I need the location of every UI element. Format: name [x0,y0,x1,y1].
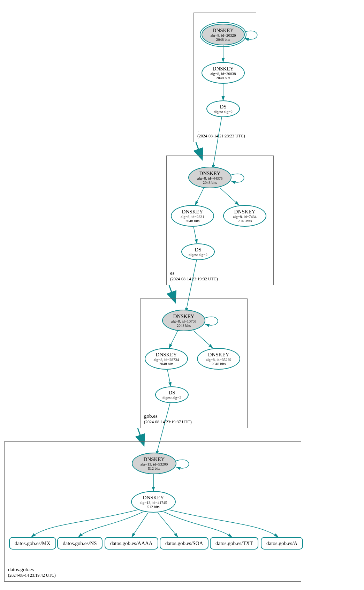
gob-zsk1-sub1: alg=8, id=28734 [154,357,179,362]
gob-zsk2-sub1: alg=8, id=35269 [206,357,232,362]
es-ksk-sub2: 2048 bits [203,180,217,184]
es-zsk2-sub2: 2048 bits [238,219,252,223]
node-es-ksk: DNSKEY alg=8, id=44375 2048 bits [188,167,232,188]
zone-es-timestamp: (2024-08-14 23:19:32 UTC) [170,277,218,282]
es-ksk-sub1: alg=8, id=44375 [197,176,223,180]
node-es-ds: DS digest alg=2 [181,243,215,260]
rr-mx-title: datos.gob.es/MX [15,540,51,546]
node-rr-a: datos.gob.es/A [261,537,303,550]
root-ksk-title: DNSKEY [213,28,234,33]
datos-zsk-title: DNSKEY [143,495,164,501]
es-zsk2-sub1: alg=8, id=7434 [233,214,256,219]
gob-ds-sub1: digest alg=2 [162,395,181,400]
root-zsk-sub1: alg=8, id=20038 [211,71,236,76]
node-root-ksk: DNSKEY alg=8, id=20326 2048 bits [202,24,245,45]
node-gob-ds: DS digest alg=2 [155,386,189,403]
es-zsk1-sub2: 2048 bits [185,219,200,223]
node-gob-ksk: DNSKEY alg=8, id=10765 2048 bits [162,310,205,331]
es-zsk1-sub1: alg=8, id=2331 [181,214,204,219]
gob-ds-title: DS [168,390,175,396]
gob-ksk-title: DNSKEY [173,313,195,319]
datos-ksk-sub1: alg=13, id=53200 [141,462,168,466]
gob-ksk-sub2: 2048 bits [177,323,191,327]
node-es-zsk1: DNSKEY alg=8, id=2331 2048 bits [171,205,214,227]
gob-zsk2-title: DNSKEY [208,352,229,358]
rr-a-title: datos.gob.es/A [266,540,297,546]
zone-gobes-name: gob.es [144,413,192,420]
node-datos-zsk: DNSKEY alg=13, id=41745 512 bits [131,491,176,513]
gob-zsk1-title: DNSKEY [156,352,177,358]
datos-zsk-sub1: alg=13, id=41745 [140,500,167,505]
zone-datos-timestamp: (2024-08-14 23:19:42 UTC) [8,573,56,578]
zone-es-label: es (2024-08-14 23:19:32 UTC) [170,270,218,282]
node-rr-ns: datos.gob.es/NS [57,537,103,550]
zone-gobes-label: gob.es (2024-08-14 23:19:37 UTC) [144,413,192,425]
zone-datos-label: datos.gob.es (2024-08-14 23:19:42 UTC) [8,566,56,578]
es-ds-title: DS [195,247,201,253]
es-zsk2-title: DNSKEY [234,209,256,215]
rr-txt-title: datos.gob.es/TXT [215,540,253,546]
datos-ksk-sub2: 512 bits [148,466,160,470]
node-datos-ksk: DNSKEY alg=13, id=53200 512 bits [132,453,176,474]
es-ksk-title: DNSKEY [199,171,221,176]
node-rr-txt: datos.gob.es/TXT [210,537,258,550]
rr-ns-title: datos.gob.es/NS [63,540,97,546]
node-root-zsk: DNSKEY alg=8, id=20038 2048 bits [202,62,245,84]
node-es-zsk2: DNSKEY alg=8, id=7434 2048 bits [223,205,266,227]
gob-zsk1-sub2: 2048 bits [159,362,174,366]
gob-zsk2-sub2: 2048 bits [212,362,226,366]
es-ds-sub1: digest alg=2 [189,252,207,257]
zone-es-name: es [170,270,218,277]
datos-ksk-title: DNSKEY [144,456,165,462]
root-ksk-sub1: alg=8, id=20326 [211,33,236,37]
datos-zsk-sub2: 512 bits [147,505,159,509]
rr-soa-title: datos.gob.es/SOA [165,540,203,546]
node-gob-zsk2: DNSKEY alg=8, id=35269 2048 bits [197,348,240,370]
root-zsk-sub2: 2048 bits [216,76,230,80]
zone-gobes-timestamp: (2024-08-14 23:19:37 UTC) [144,419,192,425]
root-ds-title: DS [220,104,226,110]
zone-root-name: . [197,127,245,134]
node-root-ds: DS digest alg=2 [206,100,240,117]
root-zsk-title: DNSKEY [213,66,234,72]
node-rr-soa: datos.gob.es/SOA [160,537,208,550]
root-ksk-sub2: 2048 bits [216,37,230,41]
node-rr-mx: datos.gob.es/MX [9,537,56,550]
zone-root-label: . (2024-08-14 21:28:23 UTC) [197,127,245,139]
rr-aaaa-title: datos.gob.es/AAAA [110,540,153,546]
gob-ksk-sub1: alg=8, id=10765 [171,319,197,323]
zone-root-timestamp: (2024-08-14 21:28:23 UTC) [197,134,245,139]
es-zsk1-title: DNSKEY [182,209,203,215]
root-ds-sub1: digest alg=2 [214,109,233,114]
zone-datos-name: datos.gob.es [8,566,56,573]
node-gob-zsk1: DNSKEY alg=8, id=28734 2048 bits [145,348,188,370]
node-rr-aaaa: datos.gob.es/AAAA [105,537,158,550]
